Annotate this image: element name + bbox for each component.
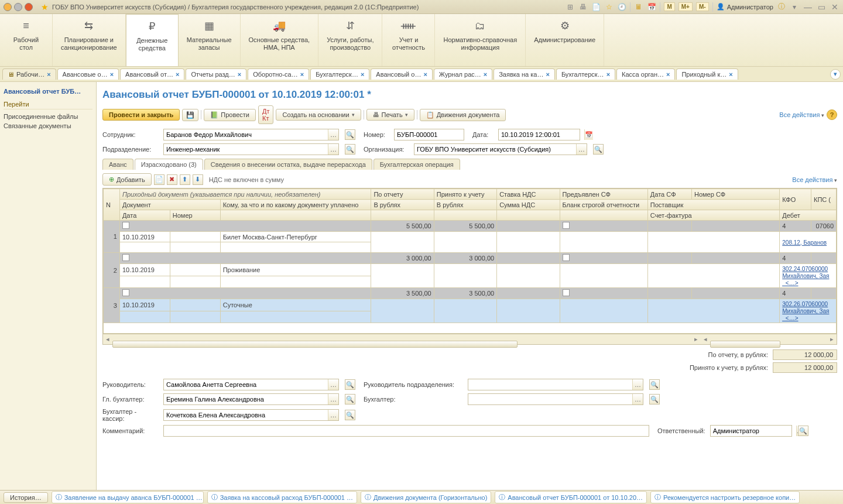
- magnifier-icon[interactable]: 🔍: [798, 426, 808, 436]
- macos-min[interactable]: [14, 3, 22, 11]
- scroll-left-icon[interactable]: ◂: [701, 335, 710, 343]
- col-report[interactable]: По отчету: [371, 189, 434, 200]
- col-num[interactable]: Номер: [170, 210, 220, 221]
- close-button[interactable]: ✕: [830, 2, 839, 12]
- folder-icon[interactable]: 📄: [591, 2, 601, 12]
- all-actions-dropdown[interactable]: Все действия: [779, 111, 824, 118]
- table-row[interactable]: 10.10.2019Билет Москва-Санкт-Петербург20…: [104, 232, 837, 242]
- acc-field[interactable]: …: [468, 393, 643, 405]
- nav-Администрирование[interactable]: ⚙Администрирование: [526, 14, 604, 66]
- debit-link[interactable]: 208.12, Баранов: [782, 239, 827, 246]
- nav-Планирование и[interactable]: ⇆Планирование исанкционирование: [53, 14, 126, 66]
- grid-icon[interactable]: ⊞: [566, 2, 575, 12]
- tab-close-icon[interactable]: ×: [300, 71, 304, 78]
- debit-link[interactable]: _<…>: [782, 280, 798, 286]
- table-row[interactable]: 3 3 500,003 500,00 4: [104, 288, 837, 299]
- calendar-icon[interactable]: 📅: [647, 2, 656, 12]
- head-field[interactable]: …: [163, 379, 339, 390]
- sidebar-link[interactable]: Присоединенные файлы: [4, 112, 92, 121]
- dept-field[interactable]: …: [163, 143, 339, 155]
- col-strict[interactable]: Бланк строгой отчетности: [560, 200, 647, 210]
- tab-overflow-button[interactable]: ▾: [830, 69, 841, 80]
- subtab[interactable]: Сведения о внесении остатка, выдаче пере…: [204, 159, 372, 170]
- post-and-close-button[interactable]: Провести и закрыть: [102, 109, 180, 121]
- magnifier-icon[interactable]: 🔍: [649, 394, 660, 404]
- print-icon[interactable]: 🖶: [578, 2, 588, 12]
- post-button[interactable]: 📗Провести: [204, 109, 256, 121]
- col-income-doc[interactable]: Приходный документ (указывается при нали…: [119, 189, 371, 200]
- tab-close-icon[interactable]: ×: [484, 71, 487, 78]
- status-item[interactable]: ⓘДвижения документа (Горизонтально): [361, 491, 491, 503]
- grid-hscroll[interactable]: ◂ ▸ ◂ ▸: [102, 334, 837, 345]
- scroll-right-icon[interactable]: ▸: [827, 335, 837, 343]
- col-debit[interactable]: Дебет: [780, 210, 837, 221]
- history-icon[interactable]: 🕘: [617, 2, 626, 12]
- copy-row-button[interactable]: 📄: [154, 174, 165, 185]
- ellipsis-icon[interactable]: …: [328, 379, 338, 390]
- tab[interactable]: Приходный к…×: [676, 68, 738, 80]
- col-rub2[interactable]: В рублях: [434, 200, 496, 210]
- tab-close-icon[interactable]: ×: [176, 71, 179, 78]
- scroll-right-icon[interactable]: ▸: [691, 335, 701, 343]
- debit-link[interactable]: Михайлович, Зая: [782, 308, 829, 314]
- chief-acc-field[interactable]: …: [163, 393, 339, 405]
- tab[interactable]: Авансовый от…×: [120, 68, 184, 80]
- delete-row-button[interactable]: ✖: [167, 174, 177, 185]
- tab[interactable]: Касса орган…×: [616, 68, 675, 80]
- subtab[interactable]: Бухгалтерская операция: [373, 159, 460, 170]
- tab-close-icon[interactable]: ×: [238, 71, 241, 78]
- table-row[interactable]: 10.10.2019Суточные302.26.07060000Михайло…: [104, 299, 837, 311]
- nav-Услуги, работы,[interactable]: ⇵Услуги, работы,производство: [318, 14, 382, 66]
- comment-field[interactable]: [163, 425, 649, 437]
- employee-field[interactable]: …: [163, 129, 339, 140]
- status-item[interactable]: ⓘАвансовый отчет БУБП-000001 от 10.10.20…: [495, 491, 647, 503]
- save-button[interactable]: 💾: [182, 109, 198, 121]
- col-kfo[interactable]: КФО: [780, 189, 811, 210]
- grid-all-actions[interactable]: Все действия: [792, 176, 837, 183]
- date-field[interactable]: 📅: [498, 129, 580, 140]
- col-sfnum[interactable]: Номер СФ: [691, 189, 779, 200]
- tab-close-icon[interactable]: ×: [666, 71, 670, 78]
- status-item[interactable]: ⓘЗаявка на кассовый расход БУБП-000001 …: [207, 491, 357, 503]
- nav-Рабочий[interactable]: ≡Рабочийстол: [0, 14, 53, 66]
- checkbox[interactable]: [122, 254, 129, 261]
- subtab[interactable]: Аванс: [102, 159, 133, 170]
- col-rub[interactable]: В рублях: [371, 200, 434, 210]
- ellipsis-icon[interactable]: …: [328, 144, 338, 155]
- tab[interactable]: Заявка на ка…×: [494, 68, 555, 80]
- ellipsis-icon[interactable]: …: [328, 129, 338, 140]
- org-field[interactable]: …: [414, 143, 587, 155]
- calc-icon[interactable]: 🖩: [634, 2, 643, 12]
- magnifier-icon[interactable]: 🔍: [345, 379, 355, 390]
- magnifier-icon[interactable]: 🔍: [345, 394, 355, 404]
- col-date[interactable]: Дата: [119, 210, 170, 221]
- ellipsis-icon[interactable]: …: [632, 394, 643, 404]
- tab[interactable]: Журнал рас…×: [434, 68, 492, 80]
- debit-link[interactable]: _<…>: [782, 315, 798, 321]
- debit-link[interactable]: 302.24.07060000: [782, 266, 828, 272]
- movements-button[interactable]: 📋Движения документа: [420, 109, 506, 121]
- subtab[interactable]: Израсходовано (3): [135, 159, 203, 170]
- col-whom[interactable]: Кому, за что и по какому документу уплач…: [220, 200, 371, 210]
- table-row[interactable]: 2 3 000,003 000,00 4: [104, 253, 837, 264]
- magnifier-icon[interactable]: 🔍: [593, 144, 604, 155]
- table-row[interactable]: 10.10.2019Проживание302.24.07060000Михай…: [104, 264, 837, 276]
- checkbox[interactable]: [563, 289, 570, 296]
- memory-mplus[interactable]: M+: [678, 2, 693, 11]
- star-icon[interactable]: ☆: [604, 2, 614, 12]
- tab-close-icon[interactable]: ×: [361, 71, 364, 78]
- macos-close[interactable]: [4, 3, 12, 11]
- col-vendor[interactable]: Поставщик: [647, 200, 779, 210]
- checkbox[interactable]: [563, 222, 570, 229]
- tab[interactable]: Авансовый о…×: [371, 68, 433, 80]
- nav-Материальные[interactable]: ▦Материальныезапасы: [179, 14, 241, 66]
- tab[interactable]: Отчеты разд…×: [186, 68, 246, 80]
- dtkt-button[interactable]: ДтКт: [258, 105, 274, 124]
- history-button[interactable]: История…: [4, 492, 48, 503]
- calendar-btn-icon[interactable]: 📅: [584, 129, 593, 140]
- col-kps[interactable]: КПС (: [811, 189, 836, 210]
- tab-close-icon[interactable]: ×: [423, 71, 427, 78]
- magnifier-icon[interactable]: 🔍: [649, 379, 660, 390]
- nav-Денежные[interactable]: ₽Денежныесредства: [126, 14, 179, 66]
- sidebar-link[interactable]: Связанные документы: [4, 121, 92, 131]
